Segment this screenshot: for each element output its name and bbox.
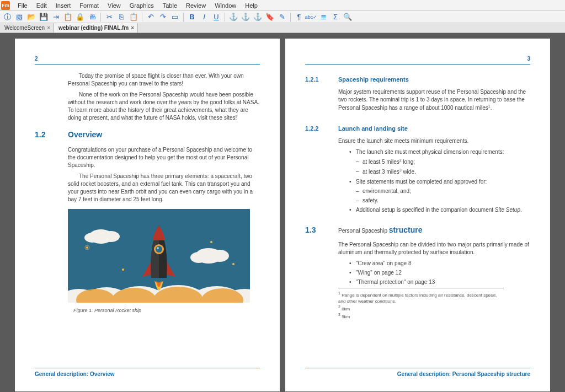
page-right[interactable]: 3 1.2.1 Spaceship requirements Major sys… xyxy=(285,39,550,391)
page-footer: General description: Personal Spaceship … xyxy=(305,368,530,378)
workspace[interactable]: 2 Today the promise of space flight is c… xyxy=(0,33,565,392)
list-icon[interactable]: ≣ xyxy=(318,12,328,22)
paragraph[interactable]: Today the promise of space flight is clo… xyxy=(68,72,260,88)
bullet-list[interactable]: "Crew area" on page 8 "Wing" on page 12 … xyxy=(349,260,530,286)
list-item[interactable]: "Thermal protection" on page 13 xyxy=(349,278,530,286)
italic-icon[interactable]: I xyxy=(199,12,209,22)
footer-text: General description: Personal Spaceship … xyxy=(305,370,530,378)
paragraph[interactable]: None of the work on the Personal Spacesh… xyxy=(68,91,260,122)
import-icon[interactable]: ⇥ xyxy=(51,12,61,22)
footer-text: General description: Overview xyxy=(35,370,260,378)
tab-webinar-final[interactable]: webinar (editing) FINAL.fm × xyxy=(54,23,138,33)
open-icon[interactable]: 📂 xyxy=(26,12,36,22)
bold-icon[interactable]: B xyxy=(187,12,197,22)
paragraph[interactable]: Ensure the launch site meets minimum req… xyxy=(338,137,530,145)
menu-help[interactable]: Help xyxy=(241,1,262,10)
footnote[interactable]: 3 5km xyxy=(338,312,504,320)
heading-label: Personal Spaceship structure xyxy=(338,225,422,236)
heading-label: Overview xyxy=(68,130,102,141)
list-item[interactable]: at least 5 miles2 long; xyxy=(349,158,530,166)
group-icon[interactable]: ▭ xyxy=(170,12,180,22)
footnote[interactable]: 2 8km xyxy=(338,304,504,312)
menu-table[interactable]: Table xyxy=(158,1,182,10)
heading-label: Spaceship requirements xyxy=(338,76,409,84)
wand-icon[interactable]: ✎ xyxy=(277,12,287,22)
info-icon[interactable]: ⓘ xyxy=(2,12,12,22)
heading-number: 1.2 xyxy=(35,130,59,141)
paragraph[interactable]: The Personal Spaceship has three primary… xyxy=(68,173,260,203)
figure-caption[interactable]: Figure 1. Personal Rocket ship xyxy=(73,307,260,314)
paragraph[interactable]: Congratulations on your purchase of a Pe… xyxy=(68,146,260,169)
menubar: Fm File Edit Insert Format View Graphics… xyxy=(0,0,565,11)
menu-review[interactable]: Review xyxy=(182,1,210,10)
rocket-illustration xyxy=(68,209,250,303)
save-icon[interactable]: 💾 xyxy=(39,12,49,22)
heading-structure[interactable]: 1.3 Personal Spaceship structure xyxy=(305,225,530,236)
toolbar-separator xyxy=(142,13,142,22)
close-icon[interactable]: × xyxy=(47,25,50,31)
menu-format[interactable]: Format xyxy=(75,1,103,10)
svg-point-23 xyxy=(156,246,162,253)
heading-spaceship-requirements[interactable]: 1.2.1 Spaceship requirements xyxy=(305,76,530,84)
svg-point-10 xyxy=(210,250,229,262)
spellcheck-icon[interactable]: abc✓ xyxy=(306,12,316,22)
list-item[interactable]: safety. xyxy=(349,197,530,205)
anchor-link-icon[interactable]: ⚓ xyxy=(253,12,263,22)
page-footer: General description: Overview xyxy=(35,368,260,378)
list-item[interactable]: environmental, and; xyxy=(349,187,530,195)
menu-graphics[interactable]: Graphics xyxy=(125,1,158,10)
svg-point-7 xyxy=(102,231,120,242)
undo-icon[interactable]: ↶ xyxy=(146,12,156,22)
page-body: 1.2.1 Spaceship requirements Major syste… xyxy=(305,72,530,362)
svg-point-1 xyxy=(86,246,88,249)
app-icon: Fm xyxy=(1,1,10,10)
lock-icon[interactable]: 🔒 xyxy=(75,12,85,22)
heading-launch-landing[interactable]: 1.2.2 Launch and landing site xyxy=(305,125,530,133)
menu-edit[interactable]: Edit xyxy=(32,1,51,10)
redo-icon[interactable]: ↷ xyxy=(158,12,168,22)
list-item[interactable]: at least 3 miles3 wide. xyxy=(349,168,530,176)
clipboard-icon[interactable]: 📋 xyxy=(63,12,73,22)
svg-point-24 xyxy=(157,247,159,249)
heading-label: Launch and landing site xyxy=(338,125,408,133)
anchor-broken-icon[interactable]: ⚓ xyxy=(241,12,250,22)
anchor-icon[interactable]: ⚓ xyxy=(228,12,238,22)
heading-overview[interactable]: 1.2 Overview xyxy=(35,130,260,141)
list-item[interactable]: Site statements must be completed and ap… xyxy=(349,178,530,186)
paragraph-icon[interactable]: ¶ xyxy=(294,12,304,22)
menu-insert[interactable]: Insert xyxy=(51,1,76,10)
bullet-list[interactable]: The launch site must meet physical dimen… xyxy=(349,148,530,214)
new-icon[interactable]: ▧ xyxy=(14,12,24,22)
toolbar-separator xyxy=(100,13,101,22)
figure-rocket[interactable] xyxy=(68,209,250,305)
bookmark-icon[interactable]: 🔖 xyxy=(265,12,275,22)
app-frame: Fm File Edit Insert Format View Graphics… xyxy=(0,0,565,392)
paragraph[interactable]: The Personal Spaceship can be divided in… xyxy=(338,241,530,256)
cut-icon[interactable]: ✂ xyxy=(104,12,114,22)
sigma-icon[interactable]: Σ xyxy=(331,12,340,22)
close-icon[interactable]: × xyxy=(131,25,134,31)
copy-icon[interactable]: ⎘ xyxy=(116,12,126,22)
page-left[interactable]: 2 Today the promise of space flight is c… xyxy=(15,39,280,391)
search-icon[interactable]: 🔍 xyxy=(343,12,353,22)
menu-window[interactable]: Window xyxy=(210,1,241,10)
page-body: Today the promise of space flight is clo… xyxy=(35,72,260,362)
heading-number: 1.2.1 xyxy=(305,76,329,84)
list-item[interactable]: Additional setup is specified in the com… xyxy=(349,206,530,214)
tab-label: webinar (editing) FINAL.fm xyxy=(58,25,129,31)
print-icon[interactable]: 🖶 xyxy=(87,12,97,22)
list-item[interactable]: "Crew area" on page 8 xyxy=(349,260,530,267)
paste-icon[interactable]: 📋 xyxy=(129,12,138,22)
toolbar-separator xyxy=(225,13,225,22)
paragraph[interactable]: Major system requirements support reuse … xyxy=(338,88,530,112)
underline-icon[interactable]: U xyxy=(211,12,221,22)
list-item[interactable]: "Wing" on page 12 xyxy=(349,269,530,277)
tab-label: WelcomeScreen xyxy=(4,25,45,31)
menu-file[interactable]: File xyxy=(13,1,32,10)
tab-bar: WelcomeScreen × webinar (editing) FINAL.… xyxy=(0,23,565,33)
tab-welcomescreen[interactable]: WelcomeScreen × xyxy=(0,23,54,33)
list-item[interactable]: The launch site must meet physical dimen… xyxy=(349,148,530,156)
page-number: 3 xyxy=(305,55,530,65)
menu-view[interactable]: View xyxy=(103,1,125,10)
footnote[interactable]: 1 Range is dependent on multiple factors… xyxy=(338,291,504,304)
